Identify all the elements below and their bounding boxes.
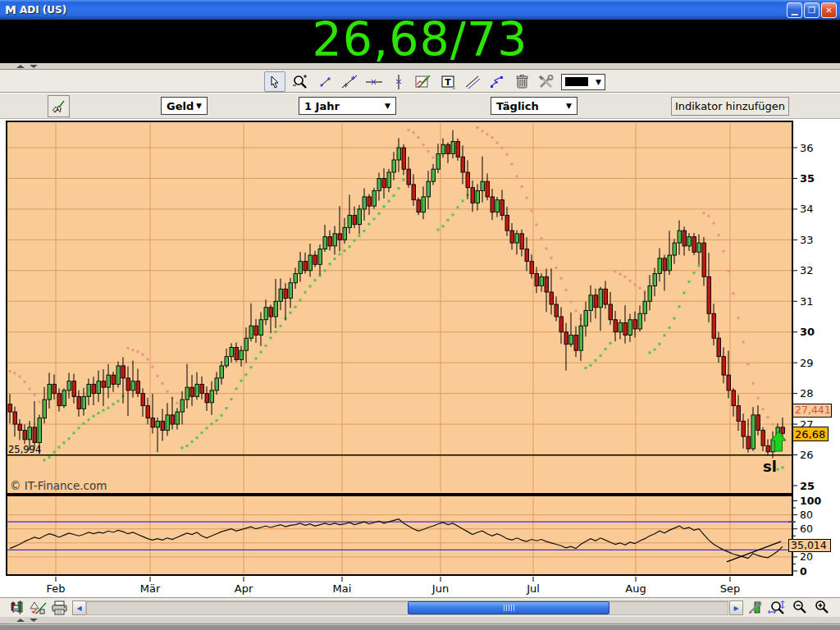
- scroll-left-button[interactable]: ◀: [72, 600, 86, 615]
- sar-dot: [73, 431, 75, 434]
- candle: [254, 326, 258, 335]
- sar-dot: [127, 347, 130, 349]
- sar-dot: [457, 206, 459, 208]
- stop-loss-annotation[interactable]: sl: [763, 458, 777, 475]
- sar-dot: [531, 209, 533, 212]
- price-tick-label: 31: [800, 295, 814, 308]
- drawing-toolbar: T ▼: [0, 70, 840, 93]
- controls-bar: Geld ▼ 1 Jahr ▼ Täglich ▼ Indikator hinz…: [0, 93, 840, 119]
- sar-dot: [103, 409, 105, 412]
- range-select[interactable]: 1 Jahr ▼: [299, 97, 396, 115]
- zoom-out-icon[interactable]: [791, 599, 809, 617]
- sar-dot: [319, 274, 322, 276]
- sar-dot: [226, 407, 228, 409]
- restore-button[interactable]: ❐: [804, 2, 819, 18]
- candle: [77, 396, 81, 409]
- sar-dot: [728, 270, 730, 272]
- collapse-down-icon[interactable]: [30, 65, 38, 68]
- bottom-splitter[interactable]: [0, 617, 840, 624]
- horizontal-scrollbar[interactable]: [85, 600, 728, 615]
- scroll-right-button[interactable]: ▶: [729, 600, 743, 615]
- segment-tool-icon[interactable]: [315, 72, 335, 91]
- sar-dot: [688, 281, 691, 283]
- color-picker-dropdown[interactable]: ▼: [561, 74, 605, 90]
- sar-dot: [171, 397, 174, 399]
- candle: [717, 338, 721, 356]
- sar-dot: [506, 153, 509, 156]
- sar-dot: [447, 219, 450, 221]
- candle: [220, 366, 224, 378]
- sar-dot: [398, 187, 400, 189]
- candle: [368, 197, 372, 206]
- draw-indicator-tool-icon[interactable]: [413, 72, 433, 91]
- drawing-alerts-icon[interactable]: [30, 599, 48, 617]
- candle: [653, 274, 657, 286]
- sar-dot: [634, 283, 637, 285]
- sar-dot: [698, 265, 701, 267]
- sar-dot: [550, 257, 553, 259]
- buy-arrow-icon: [771, 431, 786, 451]
- rsi-tick-label: 60: [800, 523, 813, 535]
- sar-dot: [654, 349, 656, 351]
- text-tool-icon[interactable]: T: [438, 72, 458, 91]
- sar-dot: [363, 230, 366, 232]
- candle: [682, 231, 687, 246]
- price-tick-label: 32: [800, 264, 814, 276]
- candle: [771, 440, 775, 452]
- settings-tools-icon[interactable]: [536, 72, 556, 91]
- candle: [707, 276, 711, 313]
- candle: [678, 231, 682, 243]
- parallel-lines-tool-icon[interactable]: [463, 72, 482, 91]
- candle: [225, 357, 229, 366]
- sar-dot: [34, 394, 36, 396]
- candle: [633, 320, 637, 329]
- sar-dot: [112, 403, 115, 405]
- candle: [102, 381, 106, 387]
- scrollbar-thumb[interactable]: [408, 601, 609, 614]
- sar-dot: [53, 451, 56, 454]
- sar-dot: [354, 240, 356, 242]
- zigzag-tool-icon[interactable]: [487, 72, 507, 91]
- candle: [259, 320, 263, 336]
- pointer-tool-icon[interactable]: [264, 71, 285, 92]
- sar-dot: [511, 163, 514, 166]
- sar-dot: [757, 397, 760, 399]
- add-indicator-button[interactable]: Indikator hinzufügen: [671, 97, 789, 116]
- sar-dot: [733, 292, 735, 294]
- sar-dot: [358, 235, 361, 237]
- sar-dot: [639, 287, 641, 290]
- trash-icon[interactable]: [512, 72, 532, 91]
- period-select[interactable]: Täglich ▼: [491, 97, 578, 115]
- chart-style-button[interactable]: [48, 95, 70, 117]
- sar-dot: [570, 301, 573, 304]
- sar-dot: [437, 229, 440, 231]
- sar-dot: [191, 441, 194, 443]
- source-select[interactable]: Geld ▼: [161, 97, 208, 115]
- vertical-line-tool-icon[interactable]: [389, 72, 409, 91]
- collapse-down-icon[interactable]: [30, 619, 38, 622]
- sar-dot: [619, 273, 622, 276]
- horizontal-line-tool-icon[interactable]: [364, 72, 384, 91]
- save-chart-icon[interactable]: [8, 599, 26, 617]
- zoom-tool-icon[interactable]: [290, 72, 310, 91]
- sar-dot: [737, 317, 740, 319]
- sar-dot: [98, 412, 100, 414]
- close-button[interactable]: ✕: [821, 2, 837, 18]
- print-icon[interactable]: [51, 599, 69, 617]
- collapse-up-icon[interactable]: [16, 65, 25, 68]
- sar-dot: [122, 395, 125, 398]
- zoom-fit-icon[interactable]: [768, 599, 786, 617]
- sar-dot: [290, 312, 292, 314]
- price-tick-label: 36: [800, 142, 814, 154]
- sar-dot: [339, 253, 341, 255]
- candle: [353, 215, 357, 224]
- minimize-button[interactable]: ▁: [787, 2, 802, 18]
- candle: [461, 157, 465, 172]
- sar-dot: [270, 336, 272, 339]
- sar-dot: [88, 418, 90, 421]
- top-splitter[interactable]: [0, 63, 840, 70]
- zoom-in-icon[interactable]: [813, 599, 831, 617]
- line-tool-icon[interactable]: [340, 72, 359, 91]
- collapse-up-icon[interactable]: [16, 619, 25, 622]
- chart-settings-icon[interactable]: [746, 599, 765, 617]
